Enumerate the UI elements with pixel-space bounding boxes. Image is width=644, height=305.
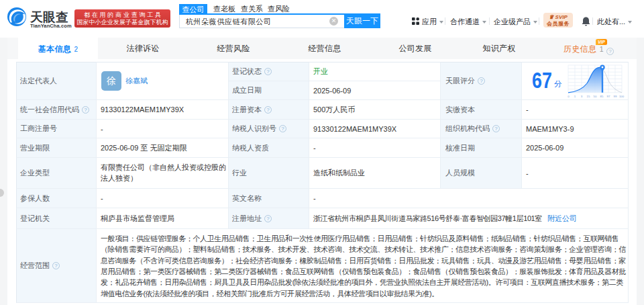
svg-text:99: 99 <box>614 95 617 98</box>
svg-text:15: 15 <box>587 95 590 98</box>
svg-text:100: 100 <box>619 95 625 98</box>
svg-text:97: 97 <box>607 95 610 98</box>
svg-text:1: 1 <box>574 95 576 98</box>
svg-text:85: 85 <box>600 95 604 98</box>
svg-text:50: 50 <box>594 95 597 98</box>
svg-text:0: 0 <box>568 95 570 98</box>
svg-text:3: 3 <box>581 95 583 98</box>
